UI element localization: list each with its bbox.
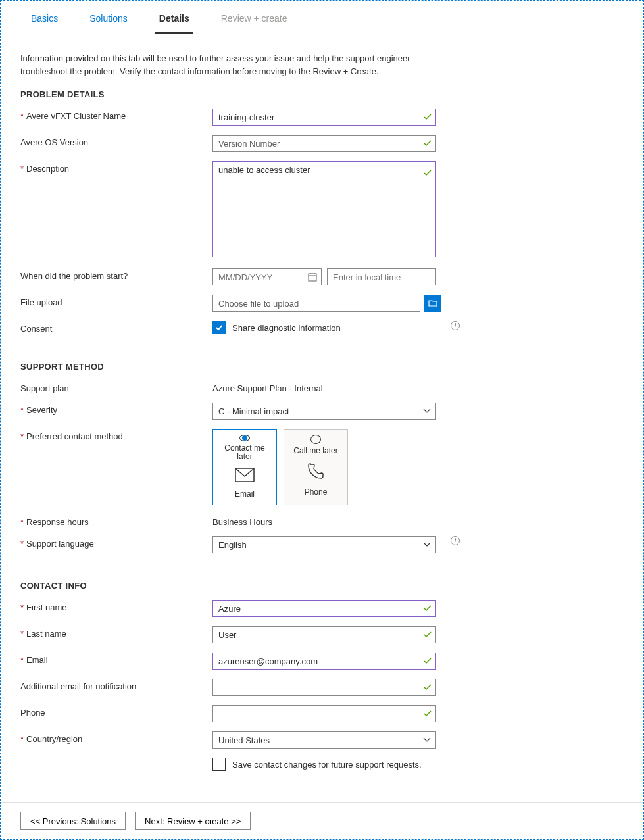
phone-icon: [307, 462, 325, 480]
label-plan: Support plan: [20, 383, 69, 393]
cluster-name-input[interactable]: [212, 109, 436, 126]
previous-button[interactable]: << Previous: Solutions: [20, 812, 126, 830]
label-country: Country/region: [20, 734, 82, 744]
file-upload-field[interactable]: Choose file to upload: [212, 295, 420, 312]
next-button[interactable]: Next: Review + create >>: [135, 812, 251, 830]
time-input[interactable]: [327, 268, 436, 285]
section-contact-info: CONTACT INFO: [20, 581, 624, 591]
label-email: Email: [20, 655, 48, 665]
label-lastname: Last name: [20, 629, 66, 639]
language-select[interactable]: English: [212, 536, 436, 553]
label-response-hours: Response hours: [20, 517, 89, 527]
tab-basics[interactable]: Basics: [27, 3, 62, 34]
mail-icon: [235, 468, 255, 482]
lastname-input[interactable]: [212, 626, 436, 643]
consent-checkbox[interactable]: [212, 321, 226, 334]
support-plan-value: Azure Support Plan - Internal: [212, 381, 436, 393]
date-input[interactable]: [212, 268, 322, 285]
file-browse-button[interactable]: [424, 295, 441, 312]
intro-text: Information provided on this tab will be…: [20, 52, 448, 78]
label-os: Avere OS Version: [20, 137, 88, 147]
radio-email[interactable]: [239, 435, 250, 441]
label-firstname: First name: [20, 603, 66, 612]
label-severity: Severity: [20, 405, 57, 415]
additional-email-input[interactable]: [212, 679, 436, 696]
info-icon[interactable]: i: [451, 321, 460, 330]
label-preferred-contact: Preferred contact method: [20, 432, 123, 441]
severity-select[interactable]: C - Minimal impact: [212, 403, 436, 420]
label-upload: File upload: [20, 297, 62, 307]
radio-phone[interactable]: [310, 435, 321, 444]
label-phone: Phone: [20, 708, 45, 718]
folder-icon: [428, 299, 437, 307]
contact-method-phone[interactable]: Call me later Phone: [284, 429, 348, 505]
contact-method-email[interactable]: Contact me later Email: [212, 429, 277, 505]
label-cluster: Avere vFXT Cluster Name: [20, 111, 126, 121]
firstname-input[interactable]: [212, 600, 436, 617]
label-when: When did the problem start?: [20, 271, 128, 281]
os-version-input[interactable]: [212, 135, 436, 152]
email-input[interactable]: [212, 653, 436, 670]
country-select[interactable]: United States: [212, 731, 436, 749]
info-icon[interactable]: i: [451, 536, 460, 545]
section-problem-details: PROBLEM DETAILS: [20, 89, 624, 99]
save-contact-label: Save contact changes for future support …: [232, 760, 422, 770]
label-description: Description: [20, 164, 69, 174]
response-hours-value: Business Hours: [212, 514, 436, 527]
label-language: Support language: [20, 539, 94, 549]
label-consent: Consent: [20, 324, 52, 334]
description-textarea[interactable]: unable to access cluster: [212, 161, 436, 257]
tab-details[interactable]: Details: [155, 3, 193, 34]
consent-label: Share diagnostic information: [232, 323, 341, 333]
phone-input[interactable]: [212, 705, 436, 722]
save-contact-checkbox[interactable]: [212, 758, 226, 771]
tab-solutions[interactable]: Solutions: [86, 3, 132, 34]
section-support-method: SUPPORT METHOD: [20, 362, 624, 372]
tabs: Basics Solutions Details Review + create: [1, 1, 643, 36]
footer-nav: << Previous: Solutions Next: Review + cr…: [1, 802, 643, 839]
label-additional-email: Additional email for notification: [20, 681, 136, 691]
tab-review[interactable]: Review + create: [217, 3, 291, 34]
form-scroll-area[interactable]: Information provided on this tab will be…: [1, 36, 643, 802]
